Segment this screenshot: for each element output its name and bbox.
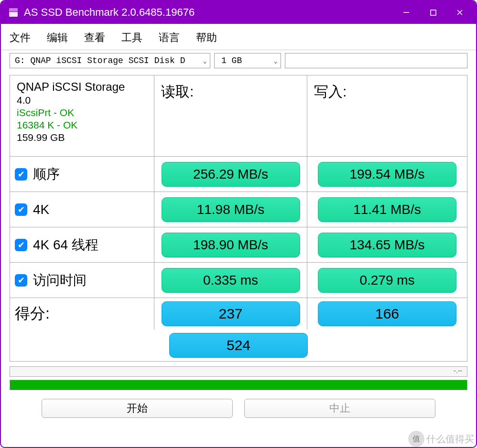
- score-total-value: 524: [169, 333, 308, 358]
- progress-value-1: -.--: [454, 367, 462, 374]
- results-table: QNAP iSCSI Storage 4.0 iScsiPrt - OK 163…: [10, 75, 467, 362]
- progress-bar-2: [10, 380, 467, 390]
- 4k64-write-value: 134.65 MB/s: [318, 233, 456, 257]
- 4k-read-value: 11.98 MB/s: [162, 197, 300, 222]
- menu-edit[interactable]: 编辑: [47, 31, 68, 45]
- 4k-checkbox[interactable]: ✔: [15, 203, 27, 216]
- device-version: 4.0: [17, 95, 31, 106]
- start-button-label: 开始: [127, 401, 148, 416]
- menu-view[interactable]: 查看: [84, 31, 105, 45]
- access-read-value: 0.335 ms: [162, 268, 300, 293]
- device-name: QNAP iSCSI Storage: [17, 80, 125, 94]
- menu-language[interactable]: 语言: [159, 31, 180, 45]
- app-icon: [8, 7, 19, 18]
- 4k64-read-value: 198.90 MB/s: [162, 233, 300, 257]
- chevron-down-icon: ⌄: [270, 57, 278, 65]
- progress-bar-1: -.--: [10, 366, 467, 377]
- menu-tools[interactable]: 工具: [121, 31, 142, 45]
- alignment-status: 16384 K - OK: [17, 119, 77, 131]
- 4k64-label: 4K 64 线程: [33, 236, 98, 254]
- score-read-value: 237: [162, 301, 300, 326]
- menubar: 文件 编辑 查看 工具 语言 帮助: [1, 24, 476, 50]
- score-write-value: 166: [318, 301, 456, 326]
- device-capacity: 159.99 GB: [17, 132, 65, 143]
- device-info-cell: QNAP iSCSI Storage 4.0 iScsiPrt - OK 163…: [10, 75, 154, 156]
- seq-write-value: 199.54 MB/s: [318, 162, 456, 187]
- svg-rect-0: [9, 12, 18, 17]
- window-title: AS SSD Benchmark 2.0.6485.19676: [24, 6, 393, 19]
- titlebar: AS SSD Benchmark 2.0.6485.19676: [1, 1, 476, 24]
- toolbar: G: QNAP iSCSI Storage SCSI Disk D ⌄ 1 GB…: [1, 50, 476, 71]
- disk-dropdown-value: G: QNAP iSCSI Storage SCSI Disk D: [15, 56, 185, 65]
- driver-status: iScsiPrt - OK: [17, 107, 74, 118]
- chevron-down-icon: ⌄: [199, 57, 207, 65]
- start-button[interactable]: 开始: [42, 399, 233, 418]
- seq-read-value: 256.29 MB/s: [162, 162, 300, 187]
- stop-button-label: 中止: [329, 401, 350, 416]
- maximize-button[interactable]: [420, 1, 446, 24]
- size-dropdown[interactable]: 1 GB ⌄: [214, 53, 281, 68]
- access-checkbox[interactable]: ✔: [15, 274, 27, 287]
- write-column-header: 写入:: [312, 78, 462, 102]
- 4k-label: 4K: [33, 202, 49, 217]
- stop-button[interactable]: 中止: [244, 399, 435, 418]
- read-column-header: 读取:: [159, 78, 302, 102]
- size-dropdown-value: 1 GB: [221, 56, 242, 65]
- seq-label: 顺序: [33, 165, 60, 183]
- seq-checkbox[interactable]: ✔: [15, 168, 27, 181]
- access-write-value: 0.279 ms: [318, 268, 456, 293]
- disk-dropdown[interactable]: G: QNAP iSCSI Storage SCSI Disk D ⌄: [10, 53, 210, 68]
- svg-rect-1: [9, 8, 18, 11]
- menu-file[interactable]: 文件: [10, 31, 31, 45]
- access-label: 访问时间: [33, 271, 87, 289]
- svg-rect-3: [431, 10, 436, 15]
- minimize-button[interactable]: [393, 1, 420, 24]
- score-label: 得分:: [15, 303, 50, 324]
- search-input[interactable]: [285, 53, 467, 68]
- menu-help[interactable]: 帮助: [196, 31, 217, 45]
- 4k64-checkbox[interactable]: ✔: [15, 239, 27, 251]
- 4k-write-value: 11.41 MB/s: [318, 197, 456, 222]
- close-button[interactable]: [446, 1, 473, 24]
